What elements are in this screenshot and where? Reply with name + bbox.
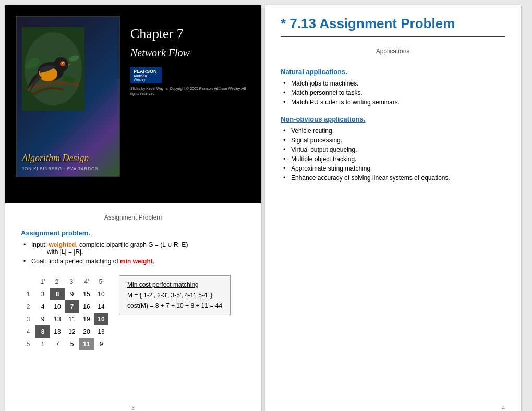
min-cost-value: cost(M) = 8 + 7 + 10 + 8 + 11 = 44 <box>127 302 222 309</box>
slide-right: * 7.13 Assignment Problem Applications N… <box>265 5 521 411</box>
right-page-number: 4 <box>502 405 505 411</box>
cell-3-0: 8 <box>35 325 50 338</box>
bird-illustration <box>22 27 84 111</box>
pearson-sub: AddisonWesley <box>134 74 159 81</box>
cell-1-2: 7 <box>65 300 79 313</box>
cell-2-4: 10 <box>94 313 108 325</box>
bullet-input: Input: weighted, complete bipartite grap… <box>23 241 245 256</box>
cell-4-3: 11 <box>79 338 94 350</box>
min-cost-box: Min cost perfect matching M = { 1-2', 2-… <box>119 275 231 315</box>
non-obvious-bullet-4: Multiple object tracking. <box>283 155 505 163</box>
col-header-5: 5' <box>94 275 108 288</box>
cell-4-4: 9 <box>94 338 108 350</box>
non-obvious-bullet-3: Virtual output queueing. <box>283 146 505 153</box>
pearson-brand: PEARSON <box>134 69 159 74</box>
min-weight-text: min weight <box>120 258 153 265</box>
non-obvious-bullet-5: Approximate string matching. <box>283 165 505 172</box>
matrix-corner <box>21 275 35 288</box>
non-obvious-bullet-6: Enhance accuracy of solving linear syste… <box>283 174 505 182</box>
book-cover: Algorithm Design JON KLEINBERG · ÉVA TAR… <box>16 16 120 177</box>
non-obvious-bullet-1: Vehicle routing. <box>283 127 505 135</box>
cell-1-1: 10 <box>50 300 65 313</box>
natural-bullet-2: Match personnel to tasks. <box>283 89 505 96</box>
cell-2-2: 11 <box>65 313 79 325</box>
min-cost-m: M = { 1-2', 2-3', 3-5', 4-1', 5-4' } <box>127 292 222 299</box>
cell-3-2: 12 <box>65 325 79 338</box>
bullet-goal: Goal: find a perfect matching of min wei… <box>23 258 245 265</box>
min-cost-title: Min cost perfect matching <box>127 281 222 288</box>
natural-bullet-3: Match PU students to writing seminars. <box>283 99 505 106</box>
cell-0-3: 15 <box>79 288 94 300</box>
non-obvious-heading: Non-obvious applications. <box>281 115 505 123</box>
col-header-3: 3' <box>65 275 79 288</box>
cell-2-0: 9 <box>35 313 50 325</box>
row-label-3: 4 <box>21 325 35 338</box>
slide-top-section: Algorithm Design JON KLEINBERG · ÉVA TAR… <box>5 5 261 203</box>
cell-4-2: 5 <box>65 338 79 350</box>
cell-2-3: 19 <box>79 313 94 325</box>
natural-heading: Natural applications. <box>281 68 505 76</box>
min-weight-dot: . <box>153 258 154 265</box>
cell-1-4: 14 <box>94 300 108 313</box>
cell-2-1: 13 <box>50 313 65 325</box>
cell-0-1: 8 <box>50 288 65 300</box>
assignment-bullets: Input: weighted, complete bipartite grap… <box>21 241 245 265</box>
natural-bullet-1: Match jobs to machines. <box>283 80 505 87</box>
cell-3-4: 13 <box>94 325 108 338</box>
right-content: Natural applications. Match jobs to mach… <box>281 63 505 189</box>
cell-0-0: 3 <box>35 288 50 300</box>
chapter-subtitle: Network Flow <box>130 47 250 59</box>
with-text: with |L| = |R|. <box>31 248 83 256</box>
cell-0-2: 9 <box>65 288 79 300</box>
pearson-logo: PEARSON AddisonWesley <box>130 67 162 83</box>
matrix-wrapper: 1' 2' 3' 4' 5' 1389151024107161439131119… <box>21 275 108 350</box>
non-obvious-bullets: Vehicle routing. Signal processing. Virt… <box>281 127 505 182</box>
non-obvious-bullet-2: Signal processing. <box>283 137 505 144</box>
row-label-0: 1 <box>21 288 35 300</box>
cell-3-1: 13 <box>50 325 65 338</box>
weighted-text: weighted <box>49 241 76 248</box>
book-title: Algorithm Design <box>22 153 114 164</box>
left-page-number: 3 <box>131 405 135 411</box>
slide-bottom-section: Assignment Problem Assignment problem. I… <box>5 203 261 411</box>
slides-container: Algorithm Design JON KLEINBERG · ÉVA TAR… <box>5 5 527 411</box>
col-header-1: 1' <box>35 275 50 288</box>
book-authors: JON KLEINBERG · ÉVA TARDOS <box>22 166 114 171</box>
bullet-input-label: Input: <box>31 241 47 248</box>
pearson-credit: Slides by Kevin Wayne. Copyright © 2005 … <box>130 86 250 96</box>
svg-point-7 <box>63 63 64 64</box>
cell-3-3: 20 <box>79 325 94 338</box>
col-header-2: 2' <box>50 275 65 288</box>
non-obvious-section: Non-obvious applications. Vehicle routin… <box>281 115 505 182</box>
right-header: * 7.13 Assignment Problem <box>281 16 505 37</box>
matrix-section: 1' 2' 3' 4' 5' 1389151024107161439131119… <box>21 275 245 350</box>
chapter-info: Chapter 7 Network Flow PEARSON AddisonWe… <box>130 16 250 96</box>
row-label-4: 5 <box>21 338 35 350</box>
col-header-4: 4' <box>79 275 94 288</box>
goal-text: Goal: find a perfect matching of <box>31 258 118 265</box>
assignment-heading: Assignment problem. <box>21 229 245 237</box>
cell-1-3: 16 <box>79 300 94 313</box>
row-label-1: 2 <box>21 300 35 313</box>
row-label-2: 3 <box>21 313 35 325</box>
cell-1-0: 4 <box>35 300 50 313</box>
cell-4-0: 1 <box>35 338 50 350</box>
slide-left: Algorithm Design JON KLEINBERG · ÉVA TAR… <box>5 5 261 411</box>
cell-4-1: 7 <box>50 338 65 350</box>
cell-0-4: 10 <box>94 288 108 300</box>
left-section-title: Assignment Problem <box>21 214 245 221</box>
right-title: * 7.13 Assignment Problem <box>281 16 505 32</box>
chapter-number: Chapter 7 <box>130 26 250 42</box>
natural-bullets: Match jobs to machines. Match personnel … <box>281 80 505 106</box>
right-section-title: Applications <box>281 47 505 55</box>
bullet1-rest: , complete bipartite graph G = (L ∪ R, E… <box>76 241 188 248</box>
cost-matrix: 1' 2' 3' 4' 5' 1389151024107161439131119… <box>21 275 108 350</box>
